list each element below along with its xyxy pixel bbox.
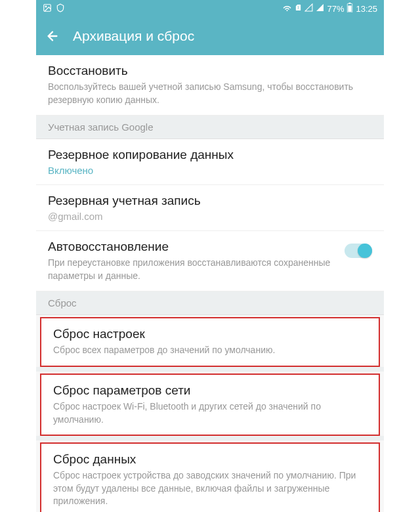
back-arrow-icon[interactable] bbox=[45, 29, 60, 43]
reset-data-item[interactable]: Сброс данных Сброс настроек устройства д… bbox=[40, 442, 380, 512]
shield-icon bbox=[56, 3, 65, 14]
backup-data-value: Включено bbox=[48, 165, 372, 176]
auto-restore-title: Автовосстановление bbox=[48, 240, 338, 254]
auto-restore-desc: При переустановке приложения восстанавли… bbox=[48, 257, 338, 282]
reset-network-title: Сброс параметров сети bbox=[53, 383, 367, 398]
backup-account-item[interactable]: Резервная учетная запись @gmail.com bbox=[36, 185, 384, 231]
backup-account-value: @gmail.com bbox=[48, 211, 372, 222]
svg-rect-5 bbox=[348, 6, 352, 12]
restore-title: Восстановить bbox=[48, 64, 372, 78]
battery-icon bbox=[346, 3, 353, 14]
app-bar: Архивация и сброс bbox=[36, 17, 384, 55]
google-account-group-header: Учетная запись Google bbox=[36, 116, 384, 139]
backup-data-item[interactable]: Резервное копирование данных Включено bbox=[36, 139, 384, 185]
status-bar: 1 77% 13:25 bbox=[36, 0, 384, 17]
auto-restore-toggle[interactable] bbox=[345, 244, 372, 258]
battery-percent: 77% bbox=[327, 4, 344, 14]
reset-network-item[interactable]: Сброс параметров сети Сброс настроек Wi-… bbox=[40, 373, 380, 436]
reset-data-title: Сброс данных bbox=[53, 452, 367, 467]
wifi-icon bbox=[282, 4, 292, 14]
signal-icon-1 bbox=[304, 3, 313, 14]
backup-data-title: Резервное копирование данных bbox=[48, 148, 372, 162]
restore-item[interactable]: Восстановить Воспользуйтесь вашей учетно… bbox=[36, 55, 384, 116]
svg-text:1: 1 bbox=[297, 5, 299, 9]
reset-settings-item[interactable]: Сброс настроек Сброс всех параметров до … bbox=[40, 317, 380, 367]
sim-icon: 1 bbox=[295, 3, 302, 14]
toggle-knob bbox=[358, 244, 372, 258]
signal-icon-2 bbox=[316, 3, 324, 14]
divider bbox=[36, 436, 384, 440]
svg-point-1 bbox=[45, 6, 47, 7]
divider bbox=[36, 367, 384, 372]
page-title: Архивация и сброс bbox=[73, 28, 194, 44]
image-icon bbox=[43, 3, 52, 14]
reset-group-header: Сброс bbox=[36, 291, 384, 315]
reset-settings-desc: Сброс всех параметров до значений по умо… bbox=[53, 344, 367, 357]
backup-account-title: Резервная учетная запись bbox=[48, 194, 372, 208]
restore-desc: Воспользуйтесь вашей учетной записью Sam… bbox=[48, 81, 372, 106]
auto-restore-item[interactable]: Автовосстановление При переустановке при… bbox=[36, 231, 384, 291]
clock-time: 13:25 bbox=[356, 4, 377, 14]
reset-network-desc: Сброс настроек Wi-Fi, Bluetooth и других… bbox=[53, 400, 367, 426]
reset-settings-title: Сброс настроек bbox=[53, 327, 367, 341]
reset-data-desc: Сброс настроек устройства до заводских з… bbox=[53, 469, 367, 508]
